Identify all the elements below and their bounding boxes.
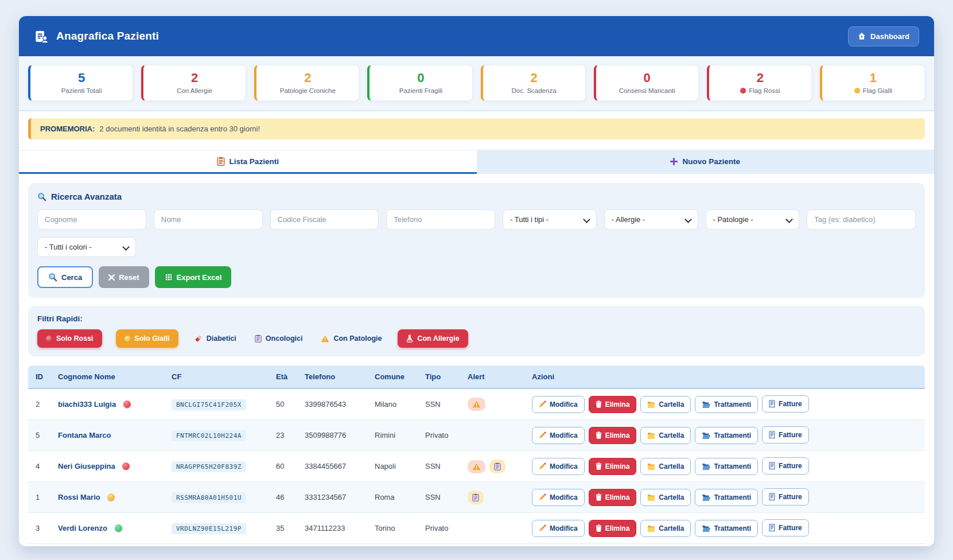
trash-icon	[596, 524, 602, 532]
export-excel-button[interactable]: Export Excel	[155, 266, 232, 288]
action-button-label: Fatture	[779, 431, 802, 439]
stat-value: 2	[485, 71, 583, 85]
pill-icon	[195, 335, 203, 343]
patient-cf: NRAGPP65H20F839Z	[172, 461, 246, 472]
document-alert-badge	[468, 491, 484, 504]
reset-button[interactable]: Reset	[99, 266, 149, 288]
patologie-select[interactable]: - Patologie -	[706, 209, 800, 230]
table-row: 2 biachi333 Luigia BNCLGI75C41F205X 50 3…	[28, 388, 925, 420]
stat-card: 0Consensi Mancanti	[594, 65, 699, 101]
modifica-button[interactable]: Modifica	[532, 489, 585, 506]
tab-label: Lista Pazienti	[230, 157, 279, 166]
dashboard-button-label: Dashboard	[870, 32, 909, 41]
allergie-select[interactable]: - Allergie -	[604, 209, 698, 230]
x-icon	[108, 274, 115, 281]
patients-table: IDCognome NomeCFEtàTelefonoComuneTipoAle…	[28, 365, 925, 544]
pencil-icon	[539, 400, 546, 408]
trattamenti-button[interactable]: Trattamenti	[695, 520, 758, 537]
cartella-button[interactable]: Cartella	[640, 520, 691, 537]
cognome-input[interactable]	[37, 209, 146, 230]
fatture-button[interactable]: Fatture	[762, 457, 809, 475]
tab-lista-pazienti[interactable]: Lista Pazienti	[19, 150, 477, 174]
quick-filter-diabetici[interactable]: Diabetici	[192, 329, 239, 348]
tag-input[interactable]	[807, 209, 916, 230]
patient-age: 46	[270, 482, 299, 513]
trash-icon	[596, 493, 602, 501]
trash-icon	[596, 462, 602, 470]
quick-filters-title: Filtri Rapidi:	[37, 314, 916, 323]
patologie-select-control[interactable]: - Patologie -	[706, 209, 800, 230]
patient-actions: ModificaEliminaCartellaTrattamentiFattur…	[526, 482, 925, 513]
telefono-input[interactable]	[386, 209, 495, 230]
patient-name-link[interactable]: biachi333 Luigia	[58, 400, 116, 409]
fatture-button[interactable]: Fatture	[762, 395, 809, 413]
column-header-actions: Azioni	[526, 365, 925, 388]
modifica-button[interactable]: Modifica	[532, 396, 585, 413]
stat-card: 5Pazienti Totali	[28, 65, 133, 101]
elimina-button[interactable]: Elimina	[589, 489, 637, 506]
quick-filter-con-allergie[interactable]: Con Allergie	[398, 329, 468, 348]
patient-id: 1	[28, 482, 52, 513]
home-icon	[858, 32, 866, 40]
patient-actions: ModificaEliminaCartellaTrattamentiFattur…	[526, 451, 925, 482]
tab-nuovo-paziente[interactable]: Nuovo Paziente	[477, 150, 935, 174]
folder-open-icon	[702, 401, 710, 408]
clipboard-icon	[217, 157, 225, 166]
fatture-button[interactable]: Fatture	[762, 488, 809, 505]
stat-card: 2Doc. Scadenza	[481, 65, 586, 101]
stat-label: Consensi Mancanti	[598, 87, 696, 94]
trattamenti-button[interactable]: Trattamenti	[695, 458, 758, 475]
clipboard-purple-icon	[494, 462, 501, 470]
quick-filter-oncologici[interactable]: Oncologici	[252, 329, 305, 348]
cartella-button[interactable]: Cartella	[640, 427, 691, 444]
trattamenti-button[interactable]: Trattamenti	[695, 489, 758, 506]
patient-name-link[interactable]: Rossi Mario	[58, 493, 100, 501]
patient-name-link[interactable]: Verdi Lorenzo	[58, 524, 107, 532]
warning-icon	[472, 400, 481, 408]
elimina-button[interactable]: Elimina	[589, 458, 637, 475]
trattamenti-button[interactable]: Trattamenti	[695, 396, 758, 413]
trattamenti-button[interactable]: Trattamenti	[695, 427, 758, 444]
colore-select[interactable]: - Tutti i colori -	[37, 237, 136, 257]
patient-city: Roma	[369, 482, 419, 513]
allergie-select-control[interactable]: - Allergie -	[604, 209, 698, 230]
reset-button-label: Reset	[119, 273, 139, 282]
cerca-button[interactable]: Cerca	[37, 266, 93, 288]
patient-cf: RSSMRA80A01H501U	[172, 492, 246, 503]
modifica-button[interactable]: Modifica	[532, 520, 585, 537]
cartella-button[interactable]: Cartella	[640, 458, 691, 475]
quick-filter-solo-rossi[interactable]: Solo Rossi	[37, 329, 102, 348]
warning-icon	[321, 335, 329, 343]
stat-label: Flag Gialli	[824, 87, 922, 94]
dashboard-button[interactable]: Dashboard	[848, 26, 919, 46]
quick-filters-panel: Filtri Rapidi: Solo RossiSolo GialliDiab…	[28, 306, 925, 356]
elimina-button[interactable]: Elimina	[589, 520, 637, 537]
nome-input[interactable]	[154, 209, 263, 230]
fatture-button[interactable]: Fatture	[762, 519, 809, 536]
patient-city: Milano	[369, 388, 419, 420]
quick-filter-con-patologie[interactable]: Con Patologie	[318, 329, 384, 348]
elimina-button[interactable]: Elimina	[589, 396, 637, 413]
modifica-button[interactable]: Modifica	[532, 458, 585, 475]
cartella-button[interactable]: Cartella	[640, 396, 691, 413]
patient-name-link[interactable]: Fontana Marco	[58, 431, 111, 440]
fatture-button[interactable]: Fatture	[762, 426, 809, 444]
patient-age: 50	[270, 388, 299, 420]
colore-select-control[interactable]: - Tutti i colori -	[37, 237, 136, 257]
modifica-button[interactable]: Modifica	[532, 427, 585, 444]
patient-phone: 3331234567	[299, 482, 369, 513]
table-row: 1 Rossi Mario RSSMRA80A01H501U 46 333123…	[28, 482, 925, 513]
stat-value: 5	[33, 71, 130, 85]
cartella-button[interactable]: Cartella	[640, 489, 691, 506]
page-title: Anagrafica Pazienti	[56, 30, 159, 42]
excel-icon	[165, 273, 173, 281]
tipo-select-control[interactable]: - Tutti i tipi -	[503, 209, 597, 230]
elimina-button[interactable]: Elimina	[589, 427, 637, 444]
codice-fiscale-input[interactable]	[270, 209, 379, 230]
tipo-select[interactable]: - Tutti i tipi -	[503, 209, 597, 230]
quick-filter-solo-gialli[interactable]: Solo Gialli	[116, 329, 178, 348]
patient-cf: VRDLNZ90E15L219P	[172, 523, 246, 534]
stat-card: 1Flag Gialli	[820, 65, 925, 101]
patient-name-link[interactable]: Neri Giuseppina	[58, 462, 115, 470]
flag-dot-icon	[123, 400, 131, 408]
